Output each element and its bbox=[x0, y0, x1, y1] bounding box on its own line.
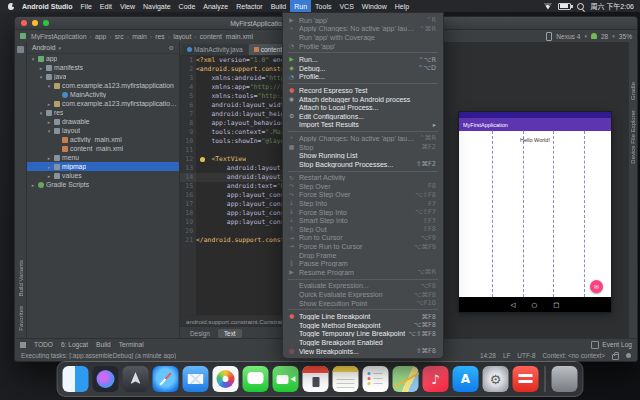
menubar-item-run[interactable]: Run bbox=[290, 0, 311, 12]
menubar-item-android-studio[interactable]: Android Studio bbox=[18, 0, 77, 12]
tree-item-mainactivity[interactable]: MainActivity bbox=[27, 90, 179, 99]
wifi-icon[interactable] bbox=[543, 3, 552, 10]
redapp-dock-icon[interactable] bbox=[513, 366, 539, 392]
menubar-item-refactor[interactable]: Refactor bbox=[232, 0, 266, 12]
minimize-button[interactable] bbox=[32, 20, 38, 26]
status-lf[interactable]: LF bbox=[503, 352, 510, 359]
breadcrumb-item-content-main-xml[interactable]: content_main.xml bbox=[199, 33, 254, 40]
tool-stripe-build-variants[interactable]: Build Variants bbox=[18, 260, 24, 297]
event-log-button[interactable]: Event Log bbox=[591, 341, 632, 349]
reminders-dock-icon[interactable] bbox=[363, 366, 389, 392]
status-context-no-context[interactable]: Context: <no context> bbox=[542, 352, 605, 359]
project-tool-button[interactable] bbox=[17, 46, 24, 53]
zoom-level[interactable]: 35% bbox=[619, 33, 632, 40]
menu-item-attach-to-local-process[interactable]: Attach to Local Process... bbox=[283, 103, 443, 112]
editor-mode-tab-text[interactable]: Text bbox=[218, 329, 242, 338]
gear-icon[interactable]: ⚙ bbox=[169, 44, 174, 51]
device-preview[interactable]: MyFirstApplication Hello World! ✉ ◁ ○ ▢ bbox=[459, 112, 611, 312]
safari-dock-icon[interactable] bbox=[153, 366, 179, 392]
tree-item-app[interactable]: ▾app bbox=[27, 54, 179, 63]
finder-dock-icon[interactable] bbox=[63, 366, 89, 392]
menu-item-profile[interactable]: ◔Profile... bbox=[283, 73, 443, 82]
readonly-lock-icon[interactable] bbox=[612, 354, 619, 360]
menubar-item-view[interactable]: View bbox=[116, 0, 139, 12]
project-view-header[interactable]: Android ▾ ⚙ bbox=[27, 42, 179, 54]
breadcrumb-item-src[interactable]: src bbox=[114, 33, 125, 40]
mail-dock-icon[interactable] bbox=[183, 366, 209, 392]
tree-item-gradle-scripts[interactable]: ▸Gradle Scripts bbox=[27, 180, 179, 189]
status-14-28[interactable]: 14:28 bbox=[480, 352, 496, 359]
tree-item-drawable[interactable]: ▸drawable bbox=[27, 117, 179, 126]
menubar-item-edit[interactable]: Edit bbox=[96, 0, 116, 12]
highlighting-level-icon[interactable] bbox=[626, 353, 631, 358]
notes-dock-icon[interactable] bbox=[333, 366, 359, 392]
apple-menu-icon[interactable] bbox=[8, 3, 14, 10]
tool-window-button-build[interactable]: Build bbox=[96, 341, 111, 348]
tool-window-switcher-icon[interactable] bbox=[20, 342, 26, 348]
spotlight-icon[interactable] bbox=[577, 3, 584, 10]
menubar-item-vcs[interactable]: VCS bbox=[335, 0, 357, 12]
tool-window-button-terminal[interactable]: Terminal bbox=[119, 341, 144, 348]
tree-item-res[interactable]: ▾res bbox=[27, 108, 179, 117]
menubar-item-analyze[interactable]: Analyze bbox=[199, 0, 232, 12]
siri-dock-icon[interactable] bbox=[93, 366, 119, 392]
music-dock-icon[interactable] bbox=[423, 366, 449, 392]
close-button[interactable] bbox=[21, 20, 27, 26]
api-selector[interactable]: 28 bbox=[601, 33, 608, 40]
menu-item-edit-configurations[interactable]: ⚙Edit Configurations... bbox=[283, 112, 443, 121]
tree-item-com-example-a123-myfirstapplication[interactable]: ▾com.example.a123.myfirstapplication bbox=[27, 81, 179, 90]
menu-item-toggle-breakpoint-enabled[interactable]: Toggle Breakpoint Enabled bbox=[283, 338, 443, 347]
trash-dock-icon[interactable] bbox=[552, 366, 578, 392]
photos-dock-icon[interactable] bbox=[213, 366, 239, 392]
menu-item-toggle-temporary-line-breakpoint[interactable]: Toggle Temporary Line Breakpoint⌥⇧⌘F8 bbox=[283, 330, 443, 339]
menu-item-view-breakpoints[interactable]: ◎View Breakpoints...⇧⌘F8 bbox=[283, 347, 443, 356]
settings-dock-icon[interactable] bbox=[483, 366, 509, 392]
menubar-clock[interactable]: 周六 下午2:06 bbox=[590, 1, 634, 11]
menubar-item-file[interactable]: File bbox=[77, 0, 96, 12]
zoom-button[interactable] bbox=[43, 20, 49, 26]
breadcrumb-item-layout[interactable]: layout bbox=[172, 33, 192, 40]
menubar-item-navigate[interactable]: Navigate bbox=[139, 0, 175, 12]
menu-item-run[interactable]: ▶Run...⌃⌥R bbox=[283, 55, 443, 64]
battery-icon[interactable] bbox=[558, 3, 571, 10]
menubar-item-code[interactable]: Code bbox=[175, 0, 200, 12]
menu-item-import-test-results[interactable]: Import Test Results▸ bbox=[283, 121, 443, 130]
intention-bulb-icon[interactable] bbox=[200, 157, 205, 162]
menu-item-debug[interactable]: ◆Debug...⌃⌥D bbox=[283, 64, 443, 73]
menubar-item-build[interactable]: Build bbox=[267, 0, 291, 12]
facetime-dock-icon[interactable] bbox=[273, 366, 299, 392]
editor-tab-mainactivity-java[interactable]: MainActivity.java bbox=[182, 44, 248, 55]
fab-button[interactable]: ✉ bbox=[590, 280, 603, 293]
launchpad-dock-icon[interactable] bbox=[123, 366, 149, 392]
menu-item-toggle-line-breakpoint[interactable]: ●Toggle Line Breakpoint⌘F8 bbox=[283, 312, 443, 321]
tree-item-values[interactable]: ▸values bbox=[27, 171, 179, 180]
menubar-item-tools[interactable]: Tools bbox=[311, 0, 335, 12]
tool-stripe-gradle[interactable]: Gradle bbox=[630, 82, 636, 100]
calendar-dock-icon[interactable] bbox=[303, 366, 329, 392]
tree-item-activity-main-xml[interactable]: activity_main.xml bbox=[27, 135, 179, 144]
menubar-item-window[interactable]: Window bbox=[358, 0, 391, 12]
editor-mode-tab-design[interactable]: Design bbox=[184, 329, 216, 338]
menu-item-stop-background-processes[interactable]: Stop Background Processes...⇧⌘F2 bbox=[283, 160, 443, 169]
menu-item-show-running-list[interactable]: Show Running List bbox=[283, 151, 443, 160]
tool-stripe-favorites[interactable]: Favorites bbox=[18, 306, 24, 331]
breadcrumb-item-app[interactable]: app bbox=[94, 33, 107, 40]
project-view-selector[interactable]: Android bbox=[32, 44, 55, 51]
breadcrumb-item-res[interactable]: res bbox=[154, 33, 165, 40]
tree-item-com-example-a123-myfirstapplication-androidtest[interactable]: ▸com.example.a123.myfirstapplication (an… bbox=[27, 99, 179, 108]
menu-item-toggle-method-breakpoint[interactable]: Toggle Method Breakpoint⌥⌘F8 bbox=[283, 321, 443, 330]
breadcrumb-item-main[interactable]: main bbox=[131, 33, 148, 40]
tree-item-content-main-xml[interactable]: content_main.xml bbox=[27, 144, 179, 153]
tree-item-menu[interactable]: ▸menu bbox=[27, 153, 179, 162]
tool-window-button-6-logcat[interactable]: 6: Logcat bbox=[61, 341, 88, 348]
menu-item-attach-debugger-to-android-process[interactable]: ◉Attach debugger to Android process bbox=[283, 95, 443, 104]
tool-stripe-device-file-explorer[interactable]: Device File Explorer bbox=[630, 110, 636, 164]
tree-item-layout[interactable]: ▾layout bbox=[27, 126, 179, 135]
maps-dock-icon[interactable] bbox=[393, 366, 419, 392]
messages-dock-icon[interactable] bbox=[243, 366, 269, 392]
breadcrumb-item-myfirstapplication[interactable]: MyFirstApplication bbox=[30, 33, 88, 40]
menubar-item-help[interactable]: Help bbox=[391, 0, 413, 12]
tree-item-java[interactable]: ▾java bbox=[27, 72, 179, 81]
tool-window-button-todo[interactable]: TODO bbox=[34, 341, 53, 348]
menu-item-record-espresso-test[interactable]: ●Record Espresso Test bbox=[283, 86, 443, 95]
